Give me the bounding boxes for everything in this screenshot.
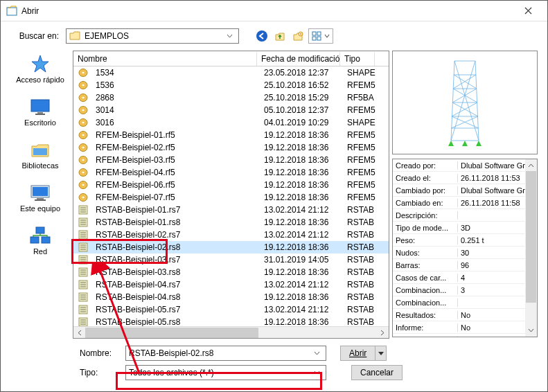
file-date: 19.12.2018 18:36 [260, 130, 343, 140]
file-name: 1536 [91, 80, 260, 90]
file-icon [78, 317, 89, 326]
file-type: RFEM5 [343, 168, 378, 177]
file-type: SHAPE [343, 68, 378, 78]
scroll-thumb[interactable] [85, 328, 258, 338]
open-dialog: Abrir Buscar en: EJEMPLOS [0, 0, 548, 392]
cancel-button[interactable]: Cancelar [351, 365, 403, 380]
file-icon [78, 230, 89, 240]
file-row[interactable]: RFEM-Beispiel-07.rf519.12.2018 18:36RFEM… [73, 191, 389, 204]
file-date: 13.02.2014 21:12 [260, 205, 343, 215]
chevron-down-icon [310, 371, 323, 375]
column-headers[interactable]: Nombre Fecha de modificación Tipo [73, 51, 389, 66]
file-date: 19.12.2018 18:36 [260, 292, 343, 302]
file-name: RSTAB-Beispiel-05.rs7 [91, 305, 260, 314]
views-button[interactable] [308, 28, 333, 44]
scroll-left-icon[interactable] [73, 327, 85, 339]
col-type[interactable]: Tipo [340, 52, 375, 66]
file-name: RFEM-Beispiel-02.rf5 [91, 143, 260, 152]
filename-combo[interactable]: RSTAB-Beispiel-02.rs8 [125, 346, 326, 361]
svg-rect-14 [35, 199, 46, 201]
place-libraries[interactable]: Bibliotecas [12, 139, 68, 170]
scroll-up-icon[interactable] [525, 159, 537, 171]
file-icon [78, 105, 89, 115]
property-key: Nudos: [393, 249, 458, 257]
back-button[interactable] [254, 28, 269, 44]
file-row[interactable]: RFEM-Beispiel-03.rf519.12.2018 18:36RFEM… [73, 154, 389, 166]
place-quick-access[interactable]: Acceso rápido [12, 53, 68, 84]
file-type: RSTAB [343, 242, 378, 252]
place-desktop[interactable]: Escritorio [12, 96, 68, 127]
property-row: Cambiado en:26.11.2018 11:58 [393, 197, 537, 209]
lookin-combo[interactable]: EJEMPLOS [66, 28, 239, 44]
chevron-down-icon [223, 34, 236, 38]
scroll-thumb[interactable] [526, 171, 536, 303]
svg-rect-4 [317, 32, 321, 35]
col-name[interactable]: Nombre [73, 52, 257, 66]
file-row[interactable]: 286825.10.2018 15:29RF5BA [73, 91, 389, 104]
file-name: RSTAB-Beispiel-03.rs7 [91, 255, 260, 265]
file-row[interactable]: RSTAB-Beispiel-04.rs819.12.2018 18:36RST… [73, 291, 389, 303]
scroll-right-icon[interactable] [377, 327, 389, 339]
horizontal-scrollbar[interactable] [73, 326, 389, 338]
file-type: RFEM5 [343, 155, 378, 165]
place-network[interactable]: Red [12, 225, 68, 256]
file-name: RSTAB-Beispiel-01.rs8 [91, 217, 260, 227]
svg-rect-16 [30, 237, 39, 243]
chevron-down-icon [324, 34, 330, 38]
file-row[interactable]: RSTAB-Beispiel-05.rs713.02.2014 21:12RST… [73, 303, 389, 316]
file-row[interactable]: RSTAB-Beispiel-02.rs819.12.2018 18:36RST… [73, 241, 389, 253]
col-date[interactable]: Fecha de modificación [257, 52, 340, 66]
file-name: RSTAB-Beispiel-04.rs7 [91, 280, 260, 289]
filename-row: Nombre: RSTAB-Beispiel-02.rs8 Abrir [80, 346, 538, 361]
new-folder-button[interactable] [290, 28, 306, 44]
file-row[interactable]: RFEM-Beispiel-02.rf519.12.2018 18:36RFEM… [73, 141, 389, 154]
file-icon [78, 242, 89, 252]
close-button[interactable] [514, 1, 542, 21]
property-row: Combinacion...3 [393, 284, 537, 296]
file-type: RFEM5 [343, 105, 378, 115]
svg-point-23 [82, 97, 85, 99]
chevron-down-icon [310, 351, 323, 355]
file-row[interactable]: RSTAB-Beispiel-04.rs713.02.2014 21:12RST… [73, 278, 389, 291]
file-row[interactable]: 153625.10.2018 16:52RFEM5 [73, 79, 389, 91]
property-row: Combinacion... [393, 296, 537, 309]
file-row[interactable]: RSTAB-Beispiel-01.rs819.12.2018 18:36RST… [73, 216, 389, 229]
property-key: Barras: [393, 261, 458, 269]
file-row[interactable]: RSTAB-Beispiel-02.rs713.02.2014 21:12RST… [73, 229, 389, 241]
property-row: Cambiado por:Dlubal Software GmbH [393, 184, 537, 197]
property-key: Peso: [393, 236, 458, 244]
file-row[interactable]: RSTAB-Beispiel-01.rs713.02.2014 21:12RST… [73, 204, 389, 216]
filetype-combo[interactable]: Todos los archivos (*.*) [125, 365, 326, 380]
file-type: RFEM5 [343, 143, 378, 152]
properties-list: Creado por:Dlubal Software GmbHCreado el… [392, 159, 538, 337]
up-button[interactable] [272, 28, 288, 44]
side-panel: Creado por:Dlubal Software GmbHCreado el… [392, 51, 538, 339]
property-key: Cambiado por: [393, 186, 458, 195]
file-row[interactable]: RSTAB-Beispiel-03.rs731.01.2019 14:05RST… [73, 253, 389, 266]
file-date: 25.10.2018 15:29 [260, 93, 343, 103]
property-key: Creado el: [393, 174, 458, 182]
file-list[interactable]: Nombre Fecha de modificación Tipo 153423… [73, 51, 389, 339]
filename-value: RSTAB-Beispiel-02.rs8 [129, 348, 213, 358]
file-name: RSTAB-Beispiel-05.rs8 [91, 317, 260, 326]
svg-rect-0 [7, 8, 17, 15]
place-label: Este equipo [12, 204, 68, 213]
file-row[interactable]: 301604.01.2019 10:29SHAPE [73, 116, 389, 129]
svg-point-27 [82, 122, 85, 124]
open-button[interactable]: Abrir [340, 346, 375, 361]
file-icon [78, 305, 89, 314]
file-row[interactable]: RSTAB-Beispiel-03.rs819.12.2018 18:36RST… [73, 266, 389, 278]
open-dropdown[interactable] [375, 346, 387, 361]
vertical-scrollbar[interactable] [525, 159, 537, 337]
file-icon [78, 217, 89, 227]
file-row[interactable]: RSTAB-Beispiel-05.rs819.12.2018 18:36RST… [73, 316, 389, 326]
file-row[interactable]: 153423.05.2018 12:37SHAPE [73, 66, 389, 79]
file-type: RFEM5 [343, 180, 378, 190]
svg-rect-8 [37, 112, 43, 114]
file-row[interactable]: RFEM-Beispiel-04.rf519.12.2018 18:36RFEM… [73, 166, 389, 179]
file-row[interactable]: RFEM-Beispiel-06.rf519.12.2018 18:36RFEM… [73, 179, 389, 191]
file-row[interactable]: 301405.10.2018 12:37RFEM5 [73, 104, 389, 116]
scroll-down-icon[interactable] [525, 325, 537, 337]
place-this-pc[interactable]: Este equipo [12, 182, 68, 213]
file-row[interactable]: RFEM-Beispiel-01.rf519.12.2018 18:36RFEM… [73, 129, 389, 141]
